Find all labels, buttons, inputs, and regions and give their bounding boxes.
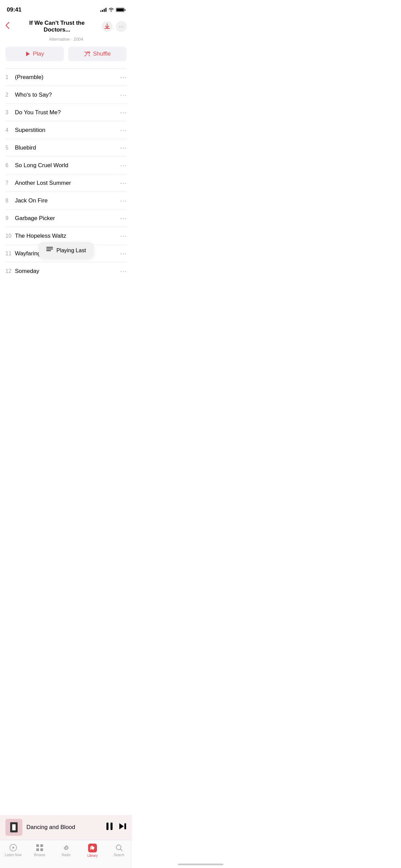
track-title: So Long Cruel World xyxy=(15,162,116,169)
track-number: 5 xyxy=(5,145,15,151)
track-more-button[interactable]: ··· xyxy=(116,108,127,116)
track-row-3[interactable]: 3 Do You Trust Me? ··· xyxy=(5,104,127,121)
status-time: 09:41 xyxy=(7,6,21,13)
track-number: 1 xyxy=(5,74,15,80)
track-number: 9 xyxy=(5,215,15,221)
track-title: The Hopeless Waltz xyxy=(15,233,116,239)
status-bar: 09:41 xyxy=(0,0,132,17)
album-subtitle: Alternative · 2004 xyxy=(0,37,132,46)
track-row-12[interactable]: 12 Someday ··· xyxy=(5,262,127,280)
track-title: Someday xyxy=(15,268,116,275)
track-row-1[interactable]: 1 (Preamble) ··· xyxy=(5,68,127,86)
track-row-4[interactable]: 4 Superstition ··· xyxy=(5,121,127,139)
track-title: Do You Trust Me? xyxy=(15,109,116,116)
track-number: 6 xyxy=(5,162,15,169)
track-row-7[interactable]: 7 Another Lost Summer ··· xyxy=(5,174,127,192)
track-number: 11 xyxy=(5,251,15,257)
download-button[interactable] xyxy=(102,21,113,32)
track-list: 1 (Preamble) ··· 2 Who's to Say? ··· 3 D… xyxy=(0,68,132,280)
svg-rect-0 xyxy=(46,247,53,248)
track-title: Bluebird xyxy=(15,144,116,151)
playing-last-tooltip: Playing Last xyxy=(39,242,93,259)
track-number: 12 xyxy=(5,268,15,274)
action-buttons: Play Shuffle xyxy=(0,46,132,68)
shuffle-button[interactable]: Shuffle xyxy=(68,46,127,61)
track-title: (Preamble) xyxy=(15,74,116,81)
track-more-button[interactable]: ··· xyxy=(116,179,127,187)
track-row-9[interactable]: 9 Garbage Picker ··· xyxy=(5,210,127,227)
track-more-button[interactable]: ··· xyxy=(116,197,127,204)
track-more-button[interactable]: ··· xyxy=(116,126,127,134)
track-more-button[interactable]: ··· xyxy=(116,144,127,152)
track-number: 3 xyxy=(5,110,15,116)
track-row-8[interactable]: 8 Jack On Fire ··· xyxy=(5,192,127,210)
queue-icon xyxy=(46,247,53,254)
battery-icon xyxy=(116,8,125,12)
more-button[interactable]: ··· xyxy=(116,21,127,32)
track-more-button[interactable]: ··· xyxy=(116,91,127,99)
status-icons xyxy=(100,7,125,13)
track-more-button[interactable]: ··· xyxy=(116,250,127,257)
track-title: Another Lost Summer xyxy=(15,180,116,186)
svg-rect-1 xyxy=(46,249,53,250)
track-row-5[interactable]: 5 Bluebird ··· xyxy=(5,139,127,157)
track-title: Superstition xyxy=(15,127,116,134)
track-title: Jack On Fire xyxy=(15,197,116,204)
track-row-11[interactable]: 11 Wayfaring Str… Playing Last ··· xyxy=(5,245,127,262)
play-button[interactable]: Play xyxy=(5,46,64,61)
signal-icon xyxy=(100,8,106,12)
back-button[interactable] xyxy=(5,21,12,32)
track-number: 8 xyxy=(5,198,15,204)
track-title: Who's to Say? xyxy=(15,92,116,98)
track-more-button[interactable]: ··· xyxy=(116,232,127,240)
wifi-icon xyxy=(108,7,114,13)
track-number: 4 xyxy=(5,127,15,133)
track-number: 10 xyxy=(5,233,15,239)
page-title: If We Can't Trust the Doctors... xyxy=(12,20,102,33)
track-more-button[interactable]: ··· xyxy=(116,161,127,169)
nav-header: If We Can't Trust the Doctors... ··· xyxy=(0,17,132,37)
playing-last-label: Playing Last xyxy=(56,248,86,254)
track-row-2[interactable]: 2 Who's to Say? ··· xyxy=(5,86,127,104)
track-title: Garbage Picker xyxy=(15,215,116,222)
nav-actions: ··· xyxy=(102,21,127,32)
track-row-6[interactable]: 6 So Long Cruel World ··· xyxy=(5,157,127,174)
track-more-button[interactable]: ··· xyxy=(116,267,127,275)
track-more-button[interactable]: ··· xyxy=(116,214,127,222)
track-more-button[interactable]: ··· xyxy=(116,73,127,81)
track-number: 7 xyxy=(5,180,15,186)
track-number: 2 xyxy=(5,92,15,98)
svg-rect-2 xyxy=(46,250,51,251)
